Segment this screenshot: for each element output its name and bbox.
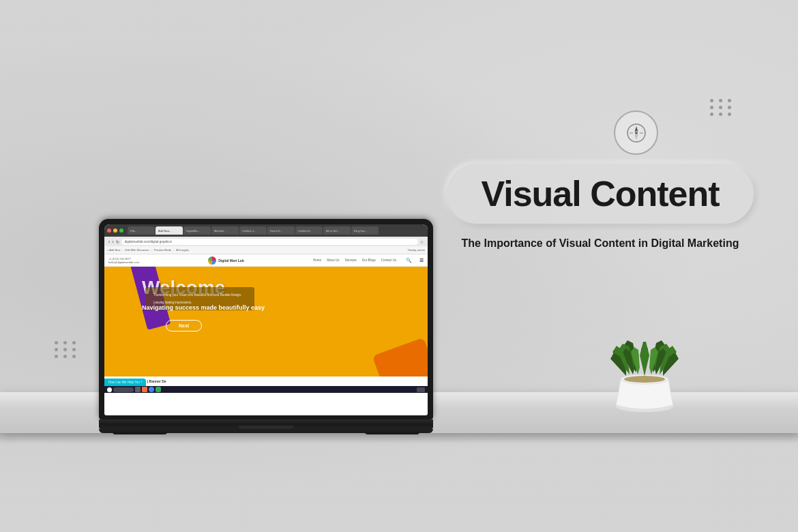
browser-tab[interactable]: Home-E... [267,226,295,235]
right-content-panel: Visual Content The Importance of Visual … [437,164,764,251]
search-icon[interactable]: 🔍 [406,258,412,263]
hero-next-button[interactable]: Next [166,320,202,331]
plant-svg [600,280,689,430]
laptop: Effo... Add New... DigitalMa... Marketti… [99,219,433,433]
menu-icon[interactable]: ☰ [419,258,424,263]
hero-section: Welcome Transforming your Vision into Be… [104,267,428,386]
nav-about[interactable]: About Us [327,258,340,262]
page-subtitle: The Importance of Visual Content in Digi… [437,236,764,251]
toolbar-item[interactable]: Edit With Elementor [125,248,149,252]
website-logo: Digital Mart Lab [208,256,244,265]
website-contact-info: +1 (572) 716-0677 hello@digitalmartlab.c… [108,257,139,264]
laptop-lid: Effo... Add New... DigitalMa... Marketti… [99,219,433,419]
compass-icon [614,110,658,155]
wp-toolbar: + Add New | Edit With Elementor | Previe… [104,246,428,254]
browser-tab[interactable]: All-In-Net... [323,226,351,235]
minimize-window-button [113,228,117,233]
svg-point-9 [624,376,665,383]
website-header: +1 (572) 716-0677 hello@digitalmartlab.c… [104,254,428,267]
hero-subtext: Navigating success made beautifully easy [142,304,265,311]
browser-tab-bar[interactable]: Effo... Add New... DigitalMa... Marketti… [128,226,379,235]
hero-small-text: Transforming your Vision into Beautiful … [153,293,246,297]
taskbar-icon[interactable] [142,387,147,392]
nav-services[interactable]: Services [344,258,356,262]
system-tray [417,387,425,392]
laptop-base [99,419,433,429]
windows-taskbar [104,386,428,393]
browser-tab[interactable]: Marketti... [211,226,239,235]
taskbar-icon[interactable] [135,387,141,392]
taskbar-icon[interactable] [149,387,154,392]
svg-marker-2 [634,134,638,140]
browser-tab[interactable]: Effo... [128,226,155,235]
browser-tab-active[interactable]: Add New... [156,226,183,235]
browser-tab[interactable]: Untitled-E... [295,226,323,235]
taskbar-icon[interactable] [156,387,161,392]
close-window-button [107,228,111,233]
laptop-stand [99,429,433,433]
decorative-dots-top-right [710,99,733,116]
browser-tab[interactable]: DigitalMa... [183,226,211,235]
url-input[interactable]: digitalmartlab.com/digital-graphics/ [121,239,418,245]
toolbar-item[interactable]: AI Insights [176,248,189,252]
badge-container: Visual Content [437,164,764,224]
hero-ticker: Reels & Poster Design | Banner De [104,376,428,386]
logo-text: Digital Mart Lab [218,258,244,263]
laptop-body: Effo... Add New... DigitalMa... Marketti… [99,219,433,433]
screen-content: Effo... Add New... DigitalMa... Marketti… [104,224,428,415]
browser-tab[interactable]: Blog-Spe... [351,226,379,235]
decorative-dots-bottom-left [55,341,78,358]
browser-chrome-bar: Effo... Add New... DigitalMa... Marketti… [104,224,428,237]
badge-title: Visual Content [481,173,719,214]
screen-bezel: Effo... Add New... DigitalMa... Marketti… [104,224,428,415]
browser-window-controls [107,228,123,233]
clock [417,387,425,392]
logo-icon [208,256,216,265]
browser-tab[interactable]: Untitled-1... [239,226,267,235]
back-button[interactable]: ‹ [108,239,110,244]
toolbar-item[interactable]: + Add New [107,248,120,252]
nav-contact[interactable]: Contact Us [381,258,396,262]
user-info: Howdy, admin [408,248,425,252]
help-chat-label[interactable]: How Can We Help You ? [104,379,146,386]
bookmark-icon[interactable]: ☆ [420,239,424,244]
plant [600,280,689,433]
forward-button[interactable]: › [112,239,113,244]
svg-marker-1 [634,126,638,132]
browser-address-bar[interactable]: ‹ › ↻ digitalmartlab.com/digital-graphic… [104,237,428,246]
nav-blogs[interactable]: Our Blogs [362,258,376,262]
email-address: hello@digitalmartlab.com [108,261,139,264]
refresh-button[interactable]: ↻ [116,239,119,244]
laptop-foot-left [113,432,167,434]
search-taskbar[interactable] [113,387,134,392]
nav-home[interactable]: Home [313,258,321,262]
visual-content-badge: Visual Content [447,164,753,224]
svg-point-4 [635,132,638,134]
toolbar-item[interactable]: Preview Mode [154,248,171,252]
laptop-foot-right [365,432,419,434]
start-button[interactable] [107,387,112,392]
maximize-window-button [119,228,123,233]
website-navigation[interactable]: Home About Us Services Our Blogs Contact… [313,258,396,262]
